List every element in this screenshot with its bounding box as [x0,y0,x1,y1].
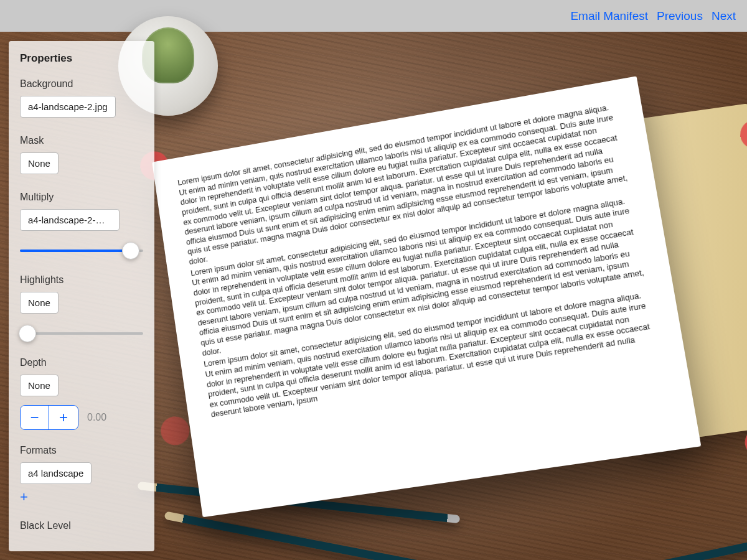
email-manifest-link[interactable]: Email Manifest [570,9,648,23]
slider-thumb[interactable] [122,242,139,259]
highlights-label: Highlights [20,274,143,286]
mask-label: Mask [20,135,143,146]
stepper-box: − + [20,405,78,430]
add-format-button[interactable]: + [20,489,143,505]
panel-title: Properties [20,52,143,65]
multiply-label: Multiply [20,192,143,203]
depth-section: Depth None − + 0.00 [20,357,143,430]
depth-chip[interactable]: None [20,375,59,396]
background-chip[interactable]: a4-landscape-2.jpg [20,96,116,118]
plus-icon: + [59,409,68,426]
depth-stepper: − + 0.00 [20,405,143,430]
highlights-chip[interactable]: None [20,292,59,314]
mask-section: Mask None [20,135,143,177]
depth-decrement-button[interactable]: − [21,406,49,429]
slider-thumb[interactable] [19,325,36,342]
depth-label: Depth [20,357,143,368]
minus-icon: − [30,409,39,426]
formats-chip[interactable]: a4 landscape [20,462,92,484]
properties-panel: Properties Background a4-landscape-2.jpg… [9,41,154,551]
multiply-slider[interactable] [20,242,143,259]
formats-section: Formats a4 landscape + [20,445,143,505]
black-level-section: Black Level [20,520,143,531]
highlights-section: Highlights None [20,274,143,342]
depth-increment-button[interactable]: + [49,406,78,429]
background-label: Background [20,78,143,90]
plus-icon: + [20,489,28,505]
next-link[interactable]: Next [712,9,736,23]
slider-fill [20,250,131,252]
mask-chip[interactable]: None [20,152,59,174]
multiply-section: Multiply a4-landscape-2-mu… [20,192,143,259]
top-bar: Email Manifest Previous Next [0,0,747,32]
slider-track [20,332,143,335]
depth-value: 0.00 [87,412,106,423]
multiply-chip[interactable]: a4-landscape-2-mu… [20,209,120,231]
black-level-label: Black Level [20,520,143,531]
formats-label: Formats [20,445,143,456]
background-section: Background a4-landscape-2.jpg [20,78,143,120]
previous-link[interactable]: Previous [657,9,703,23]
page-mockup[interactable]: Lorem ipsum dolor sit amet, consectetur … [143,79,692,520]
highlights-slider[interactable] [20,325,143,342]
page-surface: Lorem ipsum dolor sit amet, consectetur … [152,76,701,517]
